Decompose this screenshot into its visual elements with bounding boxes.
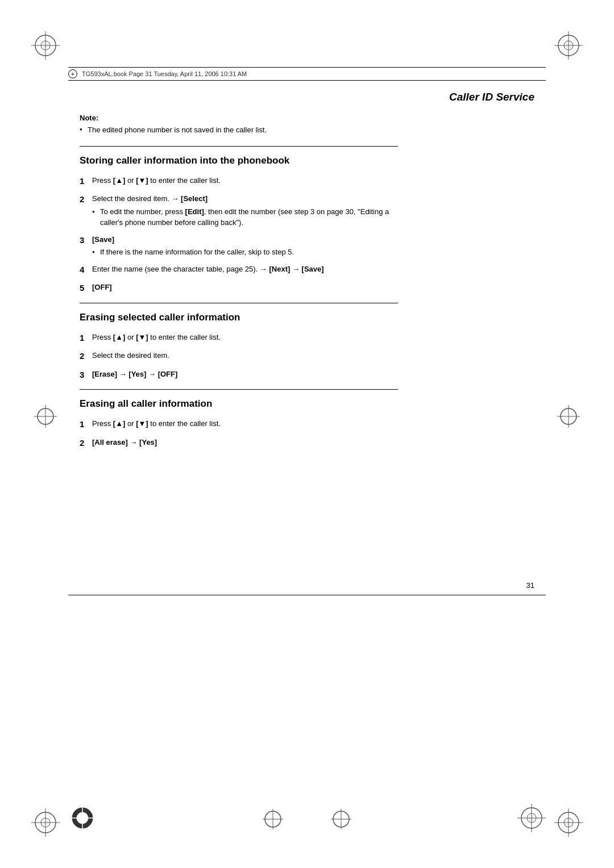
step-content: [Save] If there is the name information … (92, 234, 398, 258)
bottom-regmarks-row (68, 804, 546, 834)
regmark-bottom-left (31, 808, 60, 837)
file-info-mark (68, 69, 77, 78)
bottom-bar (68, 595, 546, 595)
note-section: Note: The edited phone number is not sav… (80, 114, 398, 136)
file-info-text: TG593xAL.book Page 31 Tuesday, April 11,… (82, 70, 247, 77)
step-content: Select the desired item. → [Select] To e… (92, 193, 398, 228)
divider-2 (80, 303, 398, 303)
step-number: 1 (80, 175, 92, 188)
step-number: 5 (80, 282, 92, 295)
step-content: [Erase] → [Yes] → [OFF] (92, 369, 398, 382)
section1-step2: 2 Select the desired item. → [Select] To… (80, 193, 398, 228)
divider-3 (80, 389, 398, 390)
step-number: 1 (80, 418, 92, 431)
step-number: 2 (80, 437, 92, 450)
step-content: Press [▲] or [▼] to enter the caller lis… (92, 332, 398, 345)
step-number: 4 (80, 264, 92, 277)
step-content: Select the desired item. (92, 350, 398, 363)
step-number: 1 (80, 332, 92, 345)
step-number: 3 (80, 234, 92, 258)
section2-heading: Erasing selected caller information (80, 311, 398, 324)
step-content: [OFF] (92, 282, 398, 295)
regmark-mid-left (31, 402, 60, 431)
regmark-bottom-right (554, 808, 583, 837)
section2-step2: 2 Select the desired item. (80, 350, 398, 363)
section3-step2: 2 [All erase] → [Yes] (80, 437, 398, 450)
section2-step1: 1 Press [▲] or [▼] to enter the caller l… (80, 332, 398, 345)
divider-1 (80, 146, 398, 147)
note-item-1: The edited phone number is not saved in … (80, 124, 398, 136)
step-number: 2 (80, 350, 92, 363)
step-content: [All erase] → [Yes] (92, 437, 398, 450)
step-content: Press [▲] or [▼] to enter the caller lis… (92, 418, 398, 431)
regmark-mid-right (554, 402, 583, 431)
section1-heading: Storing caller information into the phon… (80, 155, 398, 167)
section2-step3: 3 [Erase] → [Yes] → [OFF] (80, 369, 398, 382)
main-content: Note: The edited phone number is not sav… (80, 114, 398, 455)
section3-heading: Erasing all caller information (80, 398, 398, 410)
step-content: Enter the name (see the character table,… (92, 264, 398, 277)
bottom-regmark-right (517, 804, 546, 834)
section1-step1: 1 Press [▲] or [▼] to enter the caller l… (80, 175, 398, 188)
regmark-top-left (31, 31, 60, 60)
page-title: Caller ID Service (449, 91, 534, 103)
note-label: Note: (80, 114, 398, 122)
section1-step4: 4 Enter the name (see the character tabl… (80, 264, 398, 277)
section1-step5: 5 [OFF] (80, 282, 398, 295)
step-number: 3 (80, 369, 92, 382)
step-content: Press [▲] or [▼] to enter the caller lis… (92, 175, 398, 188)
regmark-top-right (554, 31, 583, 60)
sub-bullet: To edit the number, press [Edit], then e… (92, 206, 398, 228)
page-number: 31 (526, 581, 534, 590)
sub-bullet: If there is the name information for the… (92, 247, 398, 258)
section3-step1: 1 Press [▲] or [▼] to enter the caller l… (80, 418, 398, 431)
step-number: 2 (80, 193, 92, 228)
section1-step3: 3 [Save] If there is the name informatio… (80, 234, 398, 258)
bottom-center-marks (262, 808, 352, 831)
bottom-regmark-left (68, 804, 97, 834)
file-info-bar: TG593xAL.book Page 31 Tuesday, April 11,… (68, 67, 546, 81)
